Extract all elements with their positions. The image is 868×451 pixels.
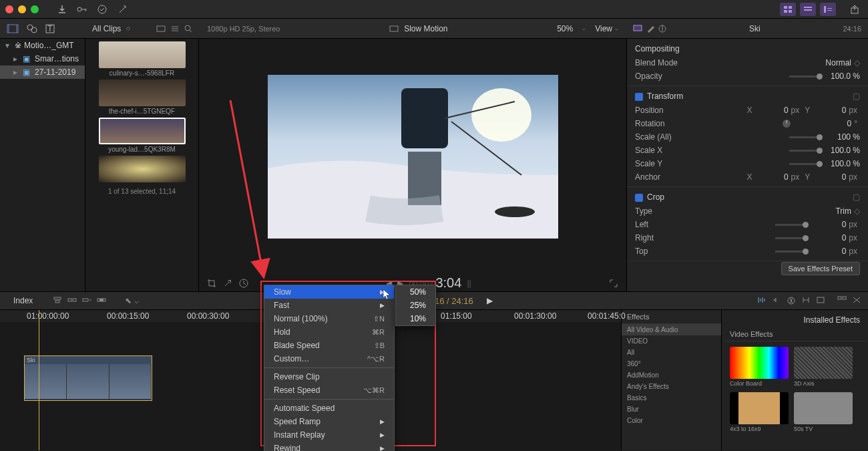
- menu-instant-replay[interactable]: Instant Replay▶: [264, 428, 394, 442]
- scale-all-slider[interactable]: [789, 136, 823, 138]
- submenu-10[interactable]: 10%: [396, 312, 435, 325]
- effect-50s-tv[interactable]: 50s TV: [794, 392, 853, 432]
- viewer-canvas[interactable]: [199, 39, 626, 275]
- titles-icon[interactable]: T: [45, 24, 55, 33]
- menu-custom[interactable]: Custom…^⌥R: [264, 352, 394, 365]
- index-button[interactable]: Index: [7, 294, 39, 307]
- info-inspector-icon[interactable]: i: [658, 25, 666, 33]
- share-icon[interactable]: [847, 3, 863, 16]
- menu-speed-ramp[interactable]: Speed Ramp▶: [264, 415, 394, 428]
- fx-cat-addmotion[interactable]: AddMotion: [622, 369, 721, 381]
- fx-cat-360[interactable]: 360°: [622, 358, 721, 369]
- opacity-value[interactable]: 100.0 %: [827, 71, 860, 81]
- fx-cat-all[interactable]: All: [622, 347, 721, 358]
- effect-4x3-16x9[interactable]: 4x3 to 16x9: [730, 392, 789, 432]
- insert-clip-icon[interactable]: [67, 296, 77, 305]
- crop-top-value[interactable]: 0: [813, 247, 846, 256]
- fx-cat-blur[interactable]: Blur: [622, 404, 721, 415]
- clip-thumb[interactable]: the-chef-i…5TGNEQF: [88, 80, 196, 115]
- select-tool-icon[interactable]: ⬉ ⌵: [125, 296, 138, 305]
- solo-icon[interactable]: [787, 296, 796, 305]
- crop-right-slider[interactable]: [775, 237, 809, 239]
- crop-left-slider[interactable]: [775, 224, 809, 226]
- effects-browser-icon[interactable]: [837, 296, 847, 305]
- video-inspector-icon[interactable]: [633, 25, 642, 33]
- maximize-window[interactable]: [31, 5, 39, 13]
- clip-thumb[interactable]: culinary-s…-5968LFR: [88, 41, 196, 77]
- scale-x-value[interactable]: 100.0 %: [827, 146, 860, 155]
- minimize-window[interactable]: [18, 5, 26, 13]
- connect-clip-icon[interactable]: [53, 296, 62, 305]
- overwrite-clip-icon[interactable]: [97, 296, 106, 305]
- crop-tool-icon[interactable]: [207, 279, 216, 288]
- menu-hold[interactable]: Hold⌘R: [264, 325, 394, 339]
- clip-thumb[interactable]: young-lad…5QK3R8M: [88, 118, 196, 153]
- fx-cat-color[interactable]: Color: [622, 415, 721, 426]
- photos-icon[interactable]: [27, 24, 37, 33]
- opacity-slider[interactable]: [789, 76, 823, 78]
- close-window[interactable]: [5, 5, 13, 13]
- timeline-toggle-icon[interactable]: [800, 3, 816, 16]
- inspector-toggle-icon[interactable]: [820, 3, 836, 16]
- clips-dropdown[interactable]: All Clips: [92, 24, 121, 33]
- position-y[interactable]: 0: [813, 106, 846, 115]
- anchor-x[interactable]: 0: [755, 172, 789, 182]
- crop-checkbox[interactable]: [635, 194, 643, 202]
- menu-blade[interactable]: Blade Speed⇧B: [264, 339, 394, 352]
- crop-left-value[interactable]: 0: [813, 220, 846, 229]
- view-dropdown[interactable]: View: [595, 24, 612, 33]
- scale-y-value[interactable]: 100.0 %: [827, 159, 860, 168]
- snapping-icon[interactable]: [801, 296, 811, 305]
- crop-type-dropdown[interactable]: Trim: [818, 206, 851, 216]
- skimming-icon[interactable]: [757, 296, 767, 305]
- scale-x-slider[interactable]: [789, 150, 823, 152]
- scale-y-slider[interactable]: [789, 163, 823, 165]
- submenu-50[interactable]: 50%: [396, 285, 435, 299]
- submenu-25[interactable]: 25%: [396, 299, 435, 312]
- crop-right-value[interactable]: 0: [813, 233, 846, 243]
- rotation-dial[interactable]: [782, 119, 791, 128]
- append-clip-icon[interactable]: [82, 296, 91, 305]
- enhance-icon[interactable]: [116, 3, 129, 16]
- menu-slow[interactable]: Slow▶: [264, 285, 394, 299]
- keyword-icon[interactable]: [75, 3, 89, 16]
- list-icon[interactable]: [171, 25, 179, 32]
- zoom-dropdown[interactable]: 50%: [557, 24, 573, 33]
- fx-cat-andy[interactable]: Andy's Effects: [622, 381, 721, 392]
- search-icon[interactable]: [184, 25, 192, 33]
- enhance-tool-icon[interactable]: [223, 279, 232, 288]
- library-clip-icon[interactable]: [7, 24, 19, 33]
- fx-cat-basics[interactable]: Basics: [622, 392, 721, 404]
- fullscreen-icon[interactable]: [609, 279, 618, 288]
- next-edit-icon[interactable]: ▶: [487, 296, 493, 305]
- tree-item-smart[interactable]: ▸▣Smar…tions: [0, 52, 85, 65]
- filmstrip-icon[interactable]: [156, 25, 166, 32]
- next-frame-icon[interactable]: ||: [467, 279, 471, 288]
- audio-skimming-icon[interactable]: [772, 296, 781, 305]
- transitions-browser-icon[interactable]: [852, 296, 861, 305]
- background-tasks-icon[interactable]: [95, 3, 109, 16]
- clip-appearance-icon[interactable]: [816, 296, 825, 305]
- save-effects-preset-button[interactable]: Save Effects Preset: [781, 262, 860, 275]
- tree-item-date[interactable]: ▸▣27-11-2019: [0, 65, 85, 79]
- menu-rewind[interactable]: Rewind▶: [264, 442, 394, 451]
- timeline-clip-ski[interactable]: Ski: [24, 355, 152, 401]
- menu-reverse[interactable]: Reverse Clip: [264, 370, 394, 384]
- menu-automatic[interactable]: Automatic Speed: [264, 402, 394, 415]
- position-x[interactable]: 0: [755, 106, 789, 115]
- browser-toggle-icon[interactable]: [780, 3, 796, 16]
- clip-thumb[interactable]: [88, 156, 196, 182]
- playhead[interactable]: [39, 310, 39, 450]
- menu-normal[interactable]: Normal (100%)⇧N: [264, 312, 394, 325]
- fx-cat-video[interactable]: VIDEO: [622, 335, 721, 347]
- menu-reset[interactable]: Reset Speed⌥⌘R: [264, 384, 394, 397]
- color-inspector-icon[interactable]: [646, 25, 654, 33]
- tree-item-motion[interactable]: ▾※Motio…_GMT: [0, 39, 85, 52]
- crop-top-slider[interactable]: [775, 251, 809, 253]
- scale-all-value[interactable]: 100 %: [827, 132, 860, 142]
- fx-cat-all-va[interactable]: All Video & Audio: [622, 324, 721, 335]
- blend-mode-dropdown[interactable]: Normal: [818, 58, 851, 67]
- retime-tool-icon[interactable]: [239, 279, 248, 288]
- rotation-value[interactable]: 0: [818, 119, 851, 128]
- effect-3d-axis[interactable]: 3D Axis: [794, 347, 853, 387]
